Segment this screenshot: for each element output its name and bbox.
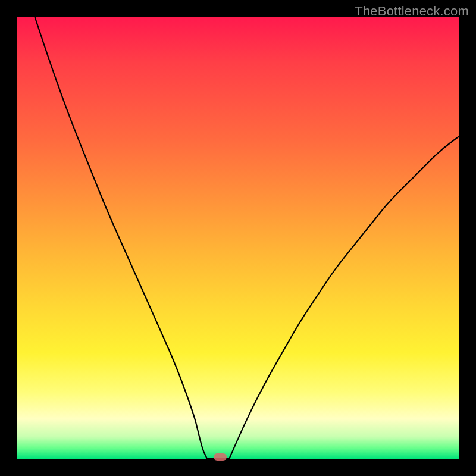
plot-area	[17, 17, 459, 459]
watermark-text: TheBottleneck.com	[355, 4, 469, 19]
bottleneck-curve	[17, 17, 459, 459]
optimum-marker	[214, 453, 227, 461]
chart-frame: TheBottleneck.com	[0, 0, 476, 476]
